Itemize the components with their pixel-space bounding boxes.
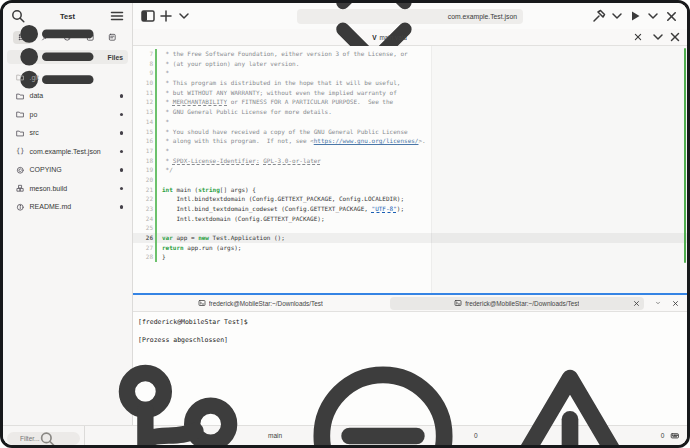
files-panel-header[interactable]: Files (7, 50, 128, 64)
line-number: 17 (133, 146, 153, 156)
tree-item-data[interactable]: data (3, 87, 132, 106)
diagnostics-button[interactable]: 0 0 (288, 426, 670, 445)
line-number: 23 (133, 204, 153, 214)
play-icon (627, 8, 643, 24)
tree-item-label: README.md (30, 203, 72, 210)
terminal-icon (198, 299, 206, 307)
line-number: 14 (133, 117, 153, 127)
terminal-tabbar: frederick@MobileStar:~/Downloads/Testfre… (133, 295, 687, 312)
chevron-down-icon (609, 8, 625, 24)
editor-overview-scrollbar[interactable] (684, 48, 686, 263)
menu-button[interactable] (109, 9, 125, 24)
omnibar-label: com.example.Test.json (448, 13, 517, 20)
toggle-sidebar-button[interactable] (140, 9, 156, 24)
editor-tab-main-vala[interactable]: V main.vala (133, 29, 646, 45)
plus-icon (158, 8, 174, 24)
code-text: * along with this program. If not, see <… (153, 136, 426, 146)
readme-icon (16, 203, 25, 212)
window-close-button[interactable] (663, 8, 680, 25)
new-tab-button[interactable] (158, 9, 174, 24)
code-text: * GNU General Public License for more de… (153, 107, 332, 117)
close-frame-button[interactable] (667, 296, 683, 311)
panel-left-icon (140, 8, 156, 24)
close-frame-button[interactable] (667, 30, 683, 45)
line-number: 10 (133, 78, 153, 88)
headerbar: com.example.Test.json (133, 3, 687, 29)
line-number: 15 (133, 127, 153, 137)
tree-item-readme-md[interactable]: README.md (3, 198, 132, 217)
toggle-bottom-panel-button[interactable] (670, 428, 680, 443)
run-dropdown[interactable] (645, 9, 661, 24)
git-branch-icon (91, 348, 265, 448)
tree-item-label: com.example.Test.json (30, 148, 101, 155)
code-text: * MERCHANTABILITY or FITNESS FOR A PARTI… (153, 97, 393, 107)
code-text: * SPDX-License-Identifier: GPL-3.0-or-la… (153, 156, 321, 166)
code-text: * the Free Software Foundation, either v… (153, 49, 408, 59)
tree-item-src[interactable]: src (3, 124, 132, 143)
branch-name: main (268, 432, 282, 439)
tree-item-po[interactable]: po (3, 105, 132, 124)
chevron-down-icon (176, 8, 192, 24)
code-line-28: 28} (133, 252, 687, 262)
modified-dot (120, 187, 124, 191)
tree-item-label: src (30, 129, 39, 136)
code-line-14: 14 * (133, 117, 687, 127)
code-line-21: 21int main (string[] args) { (133, 185, 687, 195)
new-tab-dropdown[interactable] (176, 9, 192, 24)
line-number: 12 (133, 97, 153, 107)
code-line-18: 18 * SPDX-License-Identifier: GPL-3.0-or… (133, 156, 687, 166)
folder-icon (16, 92, 25, 101)
terminal-tab-1[interactable]: frederick@MobileStar:~/Downloads/Test (133, 295, 388, 311)
keyboard-panel-icon (670, 431, 680, 441)
json-icon: {} (16, 147, 25, 156)
code-text: Intl.bind_textdomain_codeset (Config.GET… (153, 204, 404, 214)
warning-count: 0 (661, 432, 665, 439)
tree-item-copying[interactable]: COPYING (3, 161, 132, 180)
git-branch-button[interactable]: main (85, 426, 288, 445)
build-dropdown[interactable] (609, 9, 625, 24)
run-button[interactable] (627, 9, 643, 24)
folder-icon (16, 129, 25, 138)
editor-tab-controls (646, 29, 687, 45)
editor-tab-label: main.vala (379, 34, 406, 41)
modified-dot (120, 94, 124, 98)
tree-item-label: COPYING (30, 166, 62, 173)
sidebar-switcher-button-5[interactable] (103, 31, 122, 44)
close-tab-button[interactable] (630, 297, 642, 309)
tree-item-meson-build[interactable]: meson.build (3, 179, 132, 198)
modified-dot (120, 131, 124, 135)
code-line-26: 26var app = new Test.Application (); (133, 233, 687, 243)
line-number: 7 (133, 49, 153, 59)
tree-item--git[interactable]: .git (3, 68, 132, 87)
code-line-17: 17 * (133, 146, 687, 156)
build-button[interactable] (591, 9, 607, 24)
code-line-27: 27return app.run (args); (133, 243, 687, 253)
build-hammer-icon (591, 8, 607, 24)
omnibar-project-button[interactable]: com.example.Test.json (297, 9, 523, 24)
open-pages-dropdown[interactable] (650, 30, 666, 45)
terminal-tab-label: frederick@MobileStar:~/Downloads/Test (465, 300, 579, 307)
code-text: * (at your option) any later version. (153, 59, 299, 69)
close-icon (632, 31, 644, 43)
open-pages-dropdown[interactable] (650, 296, 666, 311)
git-change-bar (155, 49, 157, 262)
chevron-down-icon (655, 300, 661, 306)
chevron-down-icon (645, 8, 661, 24)
folder-icon (16, 110, 25, 119)
code-line-15: 15 * You should have received a copy of … (133, 127, 687, 137)
tree-item-com-example-test-json[interactable]: {}com.example.Test.json (3, 142, 132, 161)
hamburger-menu-icon (109, 8, 125, 24)
line-number: 13 (133, 107, 153, 117)
code-editor[interactable]: 7 * the Free Software Foundation, either… (133, 46, 687, 293)
terminal-tab-controls (646, 295, 687, 311)
terminal-tab-2[interactable]: frederick@MobileStar:~/Downloads/Test (390, 297, 645, 310)
tree-item-label: data (30, 92, 44, 99)
code-line-19: 19 */ (133, 165, 687, 175)
line-number: 25 (133, 223, 153, 233)
code-text: * but WITHOUT ANY WARRANTY; without even… (153, 88, 397, 98)
headerbar-right (591, 8, 680, 25)
code-text: var app = new Test.Application (); (153, 233, 285, 243)
line-number: 26 (133, 233, 153, 243)
close-tab-button[interactable] (632, 31, 644, 43)
code-text: Intl.textdomain (Config.GETTEXT_PACKAGE)… (153, 214, 325, 224)
